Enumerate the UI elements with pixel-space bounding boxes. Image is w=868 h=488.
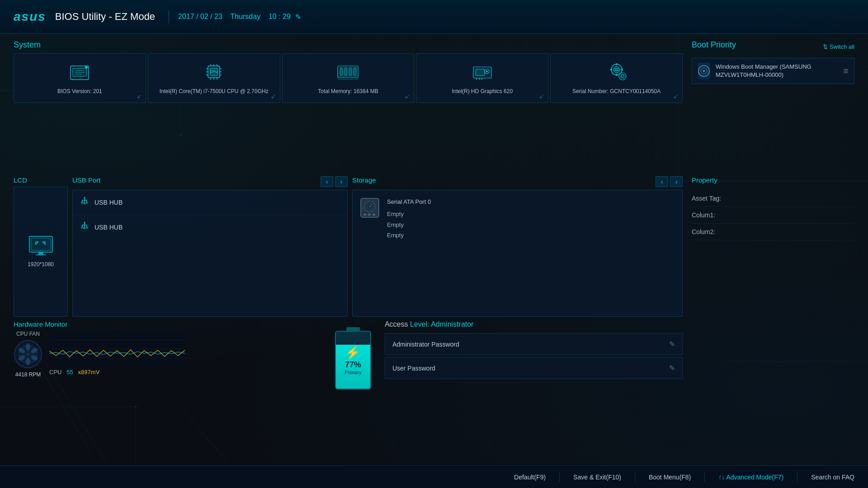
boot-item-text: Windows Boot Manager (SAMSUNG MZVLW1T0HM… — [716, 63, 838, 79]
svg-point-21 — [85, 66, 88, 69]
cpu-stats: CPU 55 x897mV — [49, 369, 328, 375]
access-level-label: Access Level: Administrator — [385, 320, 474, 328]
gpu-card-text: Intel(R) HD Graphics 620 — [452, 88, 513, 95]
cpu-chart-svg — [49, 331, 185, 367]
faq-btn[interactable]: Search on FAQ — [811, 474, 854, 481]
battery-lightning-icon: ⚡ — [345, 345, 361, 360]
divider-3 — [704, 473, 705, 482]
access-header: Access Level: Administrator — [385, 320, 683, 328]
property-row-2: Colum2: — [692, 224, 854, 240]
serial-card[interactable]: Serial Number: GCNTCY00114050A ↙ — [550, 53, 683, 103]
divider-1 — [559, 473, 560, 482]
default-btn[interactable]: Default(F9) — [514, 474, 546, 481]
boot-item-menu-icon[interactable]: ≡ — [843, 66, 849, 76]
usb-item-0-label: USB HUB — [94, 199, 123, 206]
system-cards: BIOS Version: 201 ↙ CPU — [14, 53, 683, 103]
hardware-monitor-section: Hardware Monitor CPU FAN — [14, 320, 371, 389]
svg-rect-42 — [338, 77, 358, 80]
svg-rect-64 — [31, 238, 51, 250]
property-row-1: Colum1: — [692, 207, 854, 224]
time-display: 10 : 29 — [269, 13, 291, 20]
system-section: System BIOS Version: 201 — [14, 38, 683, 174]
boot-header: Boot Priority ⇅ Switch all — [692, 40, 854, 53]
usb-item-1-label: USB HUB — [94, 224, 123, 231]
date-display: 2017 / 02 / 23 — [178, 13, 222, 20]
svg-point-46 — [486, 70, 488, 72]
storage-panel: Serial ATA Port 0 Empty Empty Empty — [352, 190, 683, 317]
system-section-title: System — [14, 40, 683, 50]
user-password-label: User Password — [392, 365, 435, 372]
storage-slot-1: Empty — [387, 220, 431, 230]
save-exit-btn[interactable]: Save & Exit(F10) — [573, 474, 621, 481]
property-list: Asset Tag: Colum1: Colum2: — [692, 187, 854, 240]
svg-point-56 — [616, 74, 618, 76]
storage-slot-2: Empty — [387, 230, 431, 240]
svg-rect-84 — [81, 227, 83, 228]
battery-content: ⚡ 77% Primary — [336, 332, 370, 389]
svg-point-99 — [26, 343, 30, 351]
access-section: Access Level: Administrator Administrato… — [380, 320, 683, 381]
usb-panel: USB HUB — [72, 190, 348, 317]
svg-point-57 — [610, 69, 612, 70]
switch-all-button[interactable]: ⇅ Switch all — [823, 43, 854, 50]
svg-point-87 — [86, 227, 88, 228]
gpu-card[interactable]: Intel(R) HD Graphics 620 ↙ — [416, 53, 548, 103]
svg-point-62 — [703, 70, 705, 72]
battery-percent: 77% — [345, 360, 361, 370]
svg-point-54 — [616, 63, 618, 65]
lcd-display-icon — [28, 235, 53, 257]
lcd-resolution: 868*488 — [28, 261, 54, 268]
bottom-left-row: Hardware Monitor CPU FAN — [14, 319, 683, 461]
user-password-row[interactable]: User Password ✎ — [385, 357, 683, 379]
admin-password-edit-icon[interactable]: ✎ — [669, 340, 675, 348]
svg-rect-94 — [363, 214, 366, 216]
memory-card[interactable]: Total Memory: 16384 MB ↙ — [282, 53, 415, 103]
battery-body: ⚡ 77% Primary — [335, 331, 371, 389]
svg-rect-76 — [81, 202, 83, 203]
switch-all-label: Switch all — [830, 43, 854, 50]
serial-card-text: Serial Number: GCNTCY00114050A — [572, 88, 660, 95]
storage-section: Storage ‹ › — [352, 176, 683, 317]
boot-drive-icon — [698, 63, 710, 79]
gpu-card-arrow: ↙ — [539, 93, 544, 100]
boot-item-0[interactable]: Windows Boot Manager (SAMSUNG MZVLW1T0HM… — [692, 58, 854, 84]
svg-text:CPU: CPU — [210, 70, 218, 74]
storage-prev-btn[interactable]: ‹ — [656, 176, 668, 187]
svg-point-80 — [84, 202, 85, 204]
svg-rect-72 — [36, 254, 46, 255]
usb-section: USB Port ‹ › — [72, 176, 348, 317]
svg-point-55 — [621, 69, 623, 70]
storage-info: Serial ATA Port 0 Empty Empty Empty — [387, 197, 431, 241]
bios-icon — [67, 59, 92, 84]
svg-rect-95 — [368, 214, 371, 216]
boot-section: Boot Priority ⇅ Switch all Windows Boot … — [683, 38, 854, 174]
battery-widget: ⚡ 77% Primary — [335, 331, 371, 389]
storage-nav-buttons: ‹ › — [656, 176, 683, 187]
advanced-mode-btn[interactable]: ↑↓ Advanced Mode(F7) — [718, 474, 783, 481]
asus-logo: asus — [14, 9, 46, 24]
property-row-0: Asset Tag: — [692, 190, 854, 207]
gpu-icon — [470, 59, 495, 84]
cpu-stat-label: CPU — [49, 369, 61, 375]
boot-menu-btn[interactable]: Boot Menu(F8) — [649, 474, 691, 481]
fan-rpm: 4418 RPM — [15, 371, 41, 378]
svg-rect-41 — [354, 68, 356, 75]
usb-prev-btn[interactable]: ‹ — [321, 176, 333, 187]
cpu-icon: CPU — [202, 59, 226, 84]
usb-nav-buttons: ‹ › — [321, 176, 348, 187]
usb-next-btn[interactable]: › — [335, 176, 348, 187]
header-datetime: 2017 / 02 / 23 Thursday 10 : 29 — [178, 13, 291, 21]
admin-password-row[interactable]: Administrator Password ✎ — [385, 333, 683, 355]
storage-next-btn[interactable]: › — [670, 176, 683, 187]
cpu-card[interactable]: CPU — [148, 53, 280, 103]
boot-section-title: Boot Priority — [692, 40, 736, 50]
bios-card[interactable]: BIOS Version: 201 ↙ — [14, 53, 146, 103]
svg-point-59 — [621, 75, 624, 78]
svg-rect-40 — [349, 68, 352, 75]
user-password-edit-icon[interactable]: ✎ — [669, 364, 675, 372]
lcd-section: LCD — [14, 176, 68, 317]
edit-time-icon[interactable]: ✎ — [295, 13, 301, 21]
cpu-card-arrow: ↙ — [271, 93, 276, 100]
usb-icon-1 — [79, 221, 90, 234]
serial-card-arrow: ↙ — [673, 93, 679, 100]
